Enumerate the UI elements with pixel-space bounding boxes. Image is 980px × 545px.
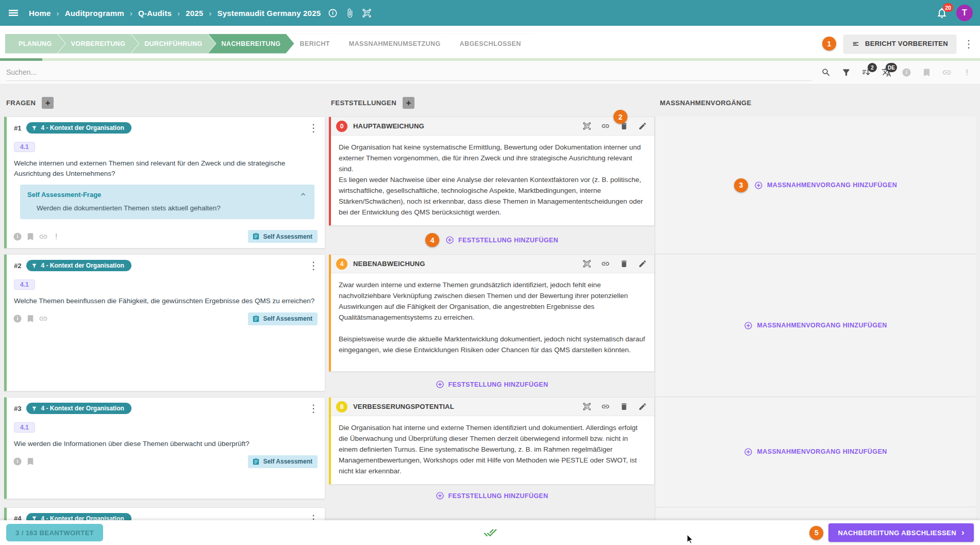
step-massnahmenumsetzung[interactable]: MASSNAHMENUMSETZUNG [336,34,454,54]
qr-code-icon[interactable] [362,8,372,18]
clipboard-icon [252,315,260,323]
add-question-button[interactable] [42,97,54,109]
add-finding-link[interactable]: FESTSTELLUNG HINZUFÜGEN [445,236,558,244]
info-icon[interactable] [13,314,22,323]
filter-icon[interactable] [841,68,851,77]
finding-type-label: NEBENABWEICHUNG [353,260,425,268]
question-menu-icon[interactable] [308,122,319,134]
menu-icon[interactable] [7,7,20,19]
search-icon[interactable] [821,68,831,77]
finish-nachbereitung-button[interactable]: NACHBEREITUNG ABSCHLIESSEN [828,523,974,542]
self-assessment-badge: Self Assessment [248,312,318,325]
bookmark-icon[interactable] [26,457,35,466]
chevron-right-icon [961,527,965,538]
board-row-1: #1 4 - Kontext der Organisation 4.1 Welc… [4,117,976,254]
findings-column-header: FESTSTELLUNGEN [329,97,655,109]
measures-column-header: MASSNAHMENVORGÄNGE [655,99,976,107]
bookmark-icon[interactable] [26,314,35,323]
info-icon [902,68,911,77]
add-measure-link[interactable]: MASSNAHMENVORGANG HINZUFÜGEN [744,321,887,330]
edit-icon[interactable] [638,259,647,268]
step-planung[interactable]: PLANUNG [5,34,65,54]
add-finding-button[interactable] [403,97,414,109]
link-icon[interactable] [601,122,610,130]
step-vorbereitung[interactable]: VORBEREITUNG [58,34,139,54]
edit-icon[interactable] [638,402,647,411]
delete-icon[interactable] [620,259,628,268]
question-menu-icon[interactable] [308,259,319,272]
board-row-2: #2 4 - Kontext der Organisation 4.1 Welc… [4,254,976,397]
bookmark-icon [922,68,932,77]
findings-header-label: FESTSTELLUNGEN [331,99,396,107]
attachment-icon[interactable] [345,8,355,18]
column-headers: FRAGEN FESTSTELLUNGEN MASSNAHMENVORGÄNGE [4,94,976,111]
question-text: Welche Themen beeinflussen die Fähigkeit… [7,290,325,306]
sort-icon[interactable]: 2 [861,68,871,77]
avatar[interactable]: T [956,5,973,21]
info-icon[interactable] [13,232,22,241]
annotation-badge-4: 4 [425,233,439,247]
warning-exclamation-icon[interactable] [52,232,61,241]
info-icon[interactable] [328,8,338,18]
answered-count-button[interactable]: 3 / 163 BEANTWORTET [6,524,103,541]
category-label: 4 - Kontext der Organisation [41,262,124,269]
delete-icon[interactable] [620,402,628,411]
bookmark-icon[interactable] [26,232,35,241]
search-input[interactable] [6,64,812,81]
add-finding-label: FESTSTELLUNG HINZUFÜGEN [449,381,549,388]
qr-scan-icon[interactable] [583,122,591,130]
add-measure-link[interactable]: MASSNAHMENVORGANG HINZUFÜGEN [754,181,897,190]
question-number: #3 [14,405,21,412]
title-action-icons [328,8,372,18]
qr-scan-icon[interactable] [583,402,591,411]
link-icon[interactable] [601,402,610,411]
finding-card-verbesserungspotential: 8 VERBESSERUNGSPOTENTIAL Die Organisatio… [329,397,655,485]
question-menu-icon[interactable] [308,402,319,415]
breadcrumb-2025[interactable]: 2025 [186,9,203,18]
finish-nachbereitung-label: NACHBEREITUNG ABSCHLIESSEN [838,529,956,537]
self-assessment-badge-label: Self Assessment [263,233,312,240]
plus-circle-icon [744,321,753,330]
step-nachbereitung[interactable]: NACHBEREITUNG [208,34,294,54]
add-finding-link[interactable]: FESTSTELLUNG HINZUFÜGEN [436,491,549,500]
category-label: 4 - Kontext der Organisation [41,124,124,131]
filter-icon [31,263,37,269]
breadcrumb-separator [172,9,186,18]
breadcrumb-q-audits[interactable]: Q-Audits [138,9,172,18]
step-abgeschlossen[interactable]: ABGESCHLOSSEN [446,34,535,54]
self-assessment-question: Werden die dokumentierten Themen stets a… [27,204,307,212]
measure-cell-2: MASSNAHMENVORGANG HINZUFÜGEN [655,254,976,397]
add-finding-link[interactable]: FESTSTELLUNG HINZUFÜGEN [436,380,549,389]
breadcrumb-auditprogramm[interactable]: Auditprogramm [65,9,124,18]
link-icon[interactable] [601,259,610,268]
notifications-bell-icon[interactable]: 20 [936,7,948,19]
category-badge[interactable]: 4 - Kontext der Organisation [26,122,131,134]
step-bericht[interactable]: BERICHT [287,34,343,54]
finding-card-nebenabweichung: 4 NEBENABWEICHUNG Zwar wurden interne un… [329,254,655,372]
category-badge[interactable]: 4 - Kontext der Organisation [26,260,131,271]
qr-scan-icon[interactable] [583,259,591,268]
audit-app-page: Home Auditprogramm Q-Audits 2025 Systema… [0,0,980,545]
translate-icon[interactable]: DE [882,68,891,77]
add-measure-label: MASSNAHMENVORGANG HINZUFÜGEN [757,448,887,455]
prepare-report-button[interactable]: BERICHT VORBEREITEN [843,35,956,53]
plus-circle-icon [754,181,763,190]
breadcrumb: Home Auditprogramm Q-Audits 2025 Systema… [29,9,321,18]
mouse-cursor [687,534,695,544]
info-icon[interactable] [13,457,22,466]
questions-column-header: FRAGEN [4,97,329,109]
step-durchfuehrung[interactable]: DURCHFÜHRUNG [131,34,215,54]
link-icon[interactable] [39,232,48,241]
edit-icon[interactable] [638,122,647,130]
more-options-icon[interactable] [964,38,974,50]
chevron-up-icon[interactable] [299,190,307,199]
breadcrumb-separator [124,9,138,18]
finding-type-label: VERBESSERUNGSPOTENTIAL [353,403,454,410]
clause-chip: 4.1 [14,142,35,152]
link-icon[interactable] [39,314,48,323]
category-label: 4 - Kontext der Organisation [41,405,124,412]
breadcrumb-separator [51,9,64,18]
category-badge[interactable]: 4 - Kontext der Organisation [26,403,131,414]
add-measure-link[interactable]: MASSNAHMENVORGANG HINZUFÜGEN [744,448,887,456]
breadcrumb-home[interactable]: Home [29,9,51,18]
